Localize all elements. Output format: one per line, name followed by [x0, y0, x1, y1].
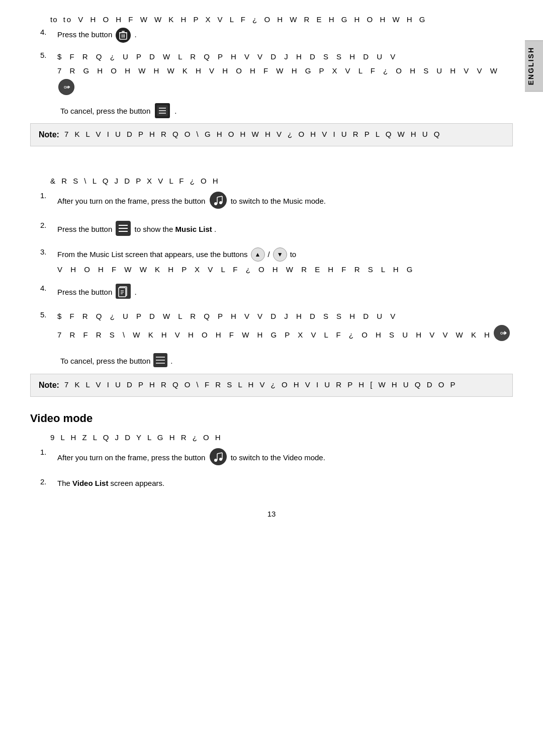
copy-step1: 1. After you turn on the frame, press th… [40, 191, 513, 213]
svg-point-36 [210, 448, 227, 465]
copy-step3: 3. From the Music List screen that appea… [40, 247, 513, 276]
copy-step3-text-before: From the Music List screen that appears,… [57, 248, 248, 261]
video-sub-title: 9 L H Z L Q J D Y L G H R ¿ O H [50, 433, 513, 442]
copy-step4-text-after: . [135, 288, 137, 296]
delete-step5-number: 5. [40, 51, 55, 59]
copy-step3-to-text: to [290, 248, 297, 261]
copy-step5-line2: 7 R F R S \ W K H V H O H F W H G P X V … [57, 329, 491, 341]
delete-note-label: Note: [39, 129, 59, 141]
delete-cancel-line: To cancel, press the button . [60, 103, 513, 118]
arrow-up-button-icon: ▲ [251, 247, 265, 262]
language-label: ENGLISH [527, 47, 535, 85]
delete-step5-line1: $ F R Q ¿ U P D W L R Q P H V V D J H D … [57, 51, 513, 63]
copy-step5: 5. $ F R Q ¿ U P D W L R Q P H V V D J H… [40, 310, 513, 345]
video-step1-number: 1. [40, 448, 55, 456]
copy-cancel-line: To cancel, press the button . [60, 353, 513, 369]
delete-step4-text-after: . [135, 30, 137, 39]
copy-step2-text-middle: to show the [135, 225, 173, 233]
copy-step2-text-after: . [214, 225, 216, 233]
delete-step4-number: 4. [40, 28, 55, 36]
copy-note-box: Note: 7 K L V I U D P H R Q O \ F R S L … [30, 374, 513, 397]
cancel-copy-button-icon [153, 353, 167, 369]
delete-note-box: Note: 7 K L V I U D P H R Q O \ G H O H … [30, 123, 513, 146]
copy-step2-text-before: Press the button [57, 225, 112, 233]
copy-step3-number: 3. [40, 247, 55, 256]
trash-button-icon [116, 28, 131, 43]
video-step2-text-bold: Video List [72, 479, 108, 487]
copy-section: & R S \ L Q J D P X V L F ¿ O H 1. After… [30, 177, 513, 397]
page-number-value: 13 [267, 510, 276, 518]
delete-note-text: 7 K L V I U D P H R Q O \ G H O H W H V … [64, 129, 441, 140]
copy-step5-content: $ F R Q ¿ U P D W L R Q P H V V D J H D … [57, 310, 513, 345]
delete-intro-line: to to V H O H F W W K H P X V L F ¿ O H … [50, 15, 513, 24]
svg-point-13 [210, 192, 227, 209]
copy-step2-content: Press the button to show the Music List … [57, 221, 513, 239]
copy-step3-line2: V H O H F W W K H P X V L F ¿ O H W R E … [57, 264, 513, 276]
video-step2-number: 2. [40, 477, 55, 486]
music-mode-button-icon [209, 191, 227, 213]
copy-step2: 2. Press the button to show the Music Li… [40, 221, 513, 239]
copy-step2-number: 2. [40, 221, 55, 229]
copy-section-title: & R S \ L Q J D P X V L F ¿ O H [50, 177, 513, 185]
copy-step3-content: From the Music List screen that appears,… [57, 247, 513, 276]
copy-step4-number: 4. [40, 284, 55, 292]
copy-cancel-text: To cancel, press the button [60, 357, 150, 365]
ok-button-icon: OK [58, 79, 74, 95]
video-step2-text-before: The [57, 479, 70, 487]
video-step1-text-before: After you turn on the frame, press the b… [57, 453, 205, 462]
video-step2: 2. The Video List screen appears. [40, 477, 513, 489]
svg-point-37 [214, 459, 217, 462]
svg-point-14 [214, 202, 217, 205]
video-step2-content: The Video List screen appears. [57, 477, 513, 489]
ok-copy-button-icon: OK [493, 324, 510, 345]
delete-step5-line2: 7 R G H O H W H W K H V H O H F W H G P … [57, 65, 499, 77]
delete-step5: 5. $ F R Q ¿ U P D W L R Q P H V V D J H… [40, 51, 513, 95]
svg-text:OK: OK [64, 86, 69, 89]
delete-step5-content: $ F R Q ¿ U P D W L R Q P H V V D J H D … [57, 51, 513, 95]
video-step2-text-after: screen appears. [111, 479, 165, 487]
video-mode-button-icon [209, 448, 227, 469]
copy-step5-number: 5. [40, 310, 55, 319]
svg-point-38 [219, 458, 222, 461]
video-step1-content: After you turn on the frame, press the b… [57, 448, 513, 469]
copy-step2-text-bold: Music List [175, 225, 212, 233]
copy-step5-line1: $ F R Q ¿ U P D W L R Q P H V V D J H D … [57, 310, 513, 322]
copy-step1-content: After you turn on the frame, press the b… [57, 191, 513, 213]
copy-note-label: Note: [39, 379, 59, 391]
svg-point-15 [219, 201, 222, 204]
copy-step4-content: Press the button . [57, 284, 513, 302]
video-step1: 1. After you turn on the frame, press th… [40, 448, 513, 469]
arrow-down-button-icon: ▼ [273, 247, 287, 262]
delete-step4: 4. Press the button . [40, 28, 513, 43]
delete-section-continued: to to V H O H F W W K H P X V L F ¿ O H … [30, 15, 513, 146]
copy-step4-text-before: Press the button [57, 288, 112, 296]
delete-step4-content: Press the button . [57, 28, 513, 43]
divider1 [30, 161, 513, 172]
delete-intro-encoded: to V H O H F W W K H P X V L F ¿ O H W R… [63, 15, 427, 24]
video-section: Video mode 9 L H Z L Q J D Y L G H R ¿ O… [30, 412, 513, 489]
delete-cancel-text: To cancel, press the button [60, 107, 150, 115]
copy-step1-number: 1. [40, 191, 55, 200]
copy-note-text: 7 K L V I U D P H R Q O \ F R S L H V ¿ … [64, 379, 457, 391]
video-section-title: Video mode [30, 412, 513, 425]
copy-step1-text-after: to switch to the Music mode. [231, 197, 326, 205]
copy-button-icon [116, 284, 131, 302]
to-word: to [50, 15, 58, 24]
menu-button-icon [116, 221, 131, 239]
delete-step4-text-before: Press the button [57, 30, 112, 39]
english-tab: ENGLISH [525, 40, 543, 92]
cancel-button-icon [155, 103, 170, 118]
video-step1-text-after: to switch to the Video mode. [231, 453, 325, 462]
copy-step1-text-before: After you turn on the frame, press the b… [57, 197, 205, 205]
copy-step4: 4. Press the button . [40, 284, 513, 302]
page-container: ENGLISH to to V H O H F W W K H P X V L … [0, 0, 543, 756]
page-number: 13 [30, 510, 513, 518]
